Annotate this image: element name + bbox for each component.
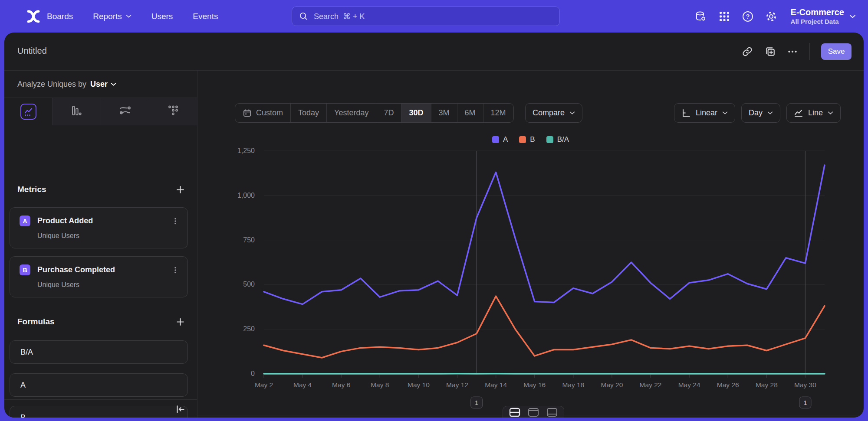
- layout-split-icon[interactable]: [507, 407, 522, 418]
- date-range-30d[interactable]: 30D: [401, 104, 431, 122]
- x-axis-label: May 4: [293, 381, 312, 388]
- series-line-a: [264, 165, 825, 304]
- chart-options-group: Linear Day Line: [674, 103, 841, 123]
- annotation-badge-label: 1: [803, 399, 807, 406]
- chevron-down-icon: [828, 111, 833, 115]
- tab-retention[interactable]: [149, 98, 197, 125]
- mixpanel-logo-icon[interactable]: [24, 7, 43, 26]
- data-management-icon[interactable]: [694, 10, 707, 23]
- chevron-down-icon: [849, 14, 856, 19]
- y-axis-label: 0: [251, 370, 255, 377]
- legend-label: B: [530, 135, 535, 144]
- nav-item-events[interactable]: Events: [193, 12, 218, 21]
- view-layout-toggle: [503, 406, 564, 418]
- chart-legend: ABB/A: [197, 135, 864, 144]
- scale-dropdown[interactable]: Linear: [674, 103, 735, 123]
- legend-swatch: [519, 136, 526, 143]
- chevron-down-icon: [111, 82, 116, 86]
- formula-card[interactable]: A: [10, 373, 188, 397]
- tab-funnels[interactable]: [52, 98, 100, 125]
- chevron-down-icon: [569, 111, 575, 115]
- metric-card-a[interactable]: A Product Added Unique Users: [10, 207, 188, 248]
- legend-item-b-a[interactable]: B/A: [546, 135, 569, 144]
- compare-dropdown[interactable]: Compare: [525, 103, 582, 123]
- date-range-6m[interactable]: 6M: [457, 104, 483, 122]
- metric-options-icon[interactable]: [171, 217, 180, 225]
- add-metric-button[interactable]: [175, 185, 185, 194]
- date-range-today[interactable]: Today: [290, 104, 326, 122]
- project-switcher[interactable]: E-Commerce All Project Data: [791, 7, 856, 26]
- date-range-3m[interactable]: 3M: [431, 104, 457, 122]
- nav-item-boards[interactable]: Boards: [47, 12, 73, 21]
- bar-chart-tab-icon: [71, 105, 82, 118]
- metric-measurement[interactable]: Unique Users: [37, 281, 187, 289]
- settings-gear-icon[interactable]: [765, 10, 778, 23]
- y-axis-label: 250: [243, 325, 255, 333]
- report-title[interactable]: Untitled: [17, 46, 47, 56]
- chevron-down-icon: [767, 111, 773, 115]
- duplicate-icon[interactable]: [764, 46, 776, 57]
- date-range-custom[interactable]: Custom: [235, 104, 290, 122]
- chart-svg: 02505007501,0001,250May 2May 4May 6May 8…: [197, 143, 864, 414]
- metrics-header: Metrics: [17, 182, 185, 197]
- x-axis-label: May 20: [601, 381, 623, 388]
- legend-item-b[interactable]: B: [519, 135, 535, 144]
- date-range-yesterday[interactable]: Yesterday: [326, 104, 376, 122]
- tab-insights[interactable]: [4, 98, 52, 125]
- chart-region: CustomTodayYesterday7D30D3M6M12M Compare…: [197, 71, 864, 418]
- svg-text:?: ?: [746, 13, 750, 20]
- metric-badge-b: B: [20, 264, 30, 275]
- retention-tab-icon: [168, 105, 179, 118]
- nav-item-reports[interactable]: Reports: [93, 12, 132, 21]
- apps-grid-icon[interactable]: [718, 10, 731, 23]
- copy-link-icon[interactable]: [742, 46, 753, 57]
- date-range-12m[interactable]: 12M: [483, 104, 513, 122]
- formulas-title: Formulas: [17, 317, 55, 326]
- flows-tab-icon: [119, 105, 131, 118]
- metric-options-icon[interactable]: [171, 266, 180, 274]
- legend-label: A: [503, 135, 508, 144]
- nav-right-cluster: ? E-Commerce All Project Data: [694, 0, 856, 33]
- sidebar-footer: [4, 399, 197, 418]
- legend-label: B/A: [557, 135, 569, 144]
- legend-item-a[interactable]: A: [492, 135, 508, 144]
- legend-swatch: [546, 136, 553, 143]
- chart-type-dropdown[interactable]: Line: [786, 103, 841, 123]
- layout-chart-icon[interactable]: [526, 407, 541, 418]
- report-actions: Save: [742, 33, 852, 71]
- report-header: Untitled Save: [4, 33, 864, 71]
- metric-measurement[interactable]: Unique Users: [37, 232, 187, 240]
- metric-name: Product Added: [37, 216, 164, 225]
- analyze-by-dropdown[interactable]: User: [90, 80, 116, 89]
- search-placeholder: Search ⌘ + K: [314, 12, 365, 21]
- date-range-group: CustomTodayYesterday7D30D3M6M12M: [235, 103, 514, 123]
- x-axis-label: May 30: [794, 381, 816, 388]
- more-options-icon[interactable]: [787, 46, 798, 57]
- nav-item-users[interactable]: Users: [151, 12, 173, 21]
- chevron-down-icon: [722, 111, 728, 115]
- line-chart-icon: [794, 108, 803, 118]
- line-chart-tab-icon: [20, 104, 36, 120]
- formula-card[interactable]: B/A: [10, 340, 188, 364]
- content-panel: Untitled Save: [4, 33, 864, 418]
- collapse-sidebar-icon[interactable]: [174, 404, 186, 415]
- y-axis-label: 750: [243, 236, 255, 244]
- save-button[interactable]: Save: [821, 43, 852, 60]
- help-icon[interactable]: ?: [741, 10, 754, 23]
- add-formula-button[interactable]: [175, 317, 185, 326]
- date-range-7d[interactable]: 7D: [376, 104, 401, 122]
- metric-name: Purchase Completed: [37, 265, 164, 274]
- tab-flows[interactable]: [101, 98, 149, 125]
- header-divider: [809, 43, 810, 60]
- project-name: E-Commerce: [791, 7, 844, 18]
- x-axis-label: May 10: [408, 381, 430, 388]
- analyze-label: Analyze Uniques by: [17, 80, 86, 89]
- metric-card-b[interactable]: B Purchase Completed Unique Users: [10, 256, 188, 297]
- search-input[interactable]: Search ⌘ + K: [292, 7, 560, 26]
- x-axis-label: May 14: [485, 381, 507, 388]
- layout-table-icon[interactable]: [545, 407, 559, 418]
- x-axis-label: May 24: [678, 381, 700, 388]
- x-axis-label: May 18: [562, 381, 584, 388]
- interval-dropdown[interactable]: Day: [741, 103, 780, 123]
- x-axis-label: May 28: [756, 381, 778, 388]
